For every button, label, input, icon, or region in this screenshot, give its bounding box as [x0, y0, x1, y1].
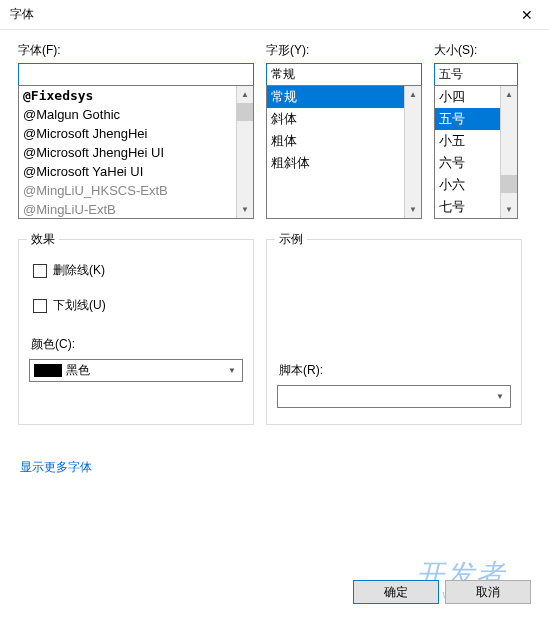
scroll-up-icon[interactable]: ▲ [501, 86, 517, 103]
script-label: 脚本(R): [279, 362, 511, 379]
style-list[interactable]: 常规斜体粗体粗斜体 [267, 86, 404, 218]
list-item[interactable]: 小四 [435, 86, 500, 108]
strikeout-checkbox[interactable]: 删除线(K) [33, 262, 243, 279]
scroll-down-icon[interactable]: ▼ [501, 201, 517, 218]
button-bar: 确定 取消 [353, 580, 531, 604]
color-value: 黑色 [66, 362, 224, 379]
effects-group: 效果 删除线(K) 下划线(U) 颜色(C): 黑色 ▼ [18, 239, 254, 425]
strikeout-label: 删除线(K) [53, 262, 105, 279]
font-list[interactable]: @Fixedsys@Malgun Gothic@Microsoft JhengH… [19, 86, 236, 218]
font-input[interactable] [18, 63, 254, 86]
window-title: 字体 [10, 6, 34, 23]
color-swatch [34, 364, 62, 377]
chevron-down-icon: ▼ [492, 392, 508, 401]
font-label: 字体(F): [18, 42, 254, 59]
chevron-down-icon: ▼ [224, 366, 240, 375]
scroll-up-icon[interactable]: ▲ [405, 86, 421, 103]
list-item[interactable]: @Microsoft JhengHei UI [19, 143, 236, 162]
scroll-thumb[interactable] [237, 103, 253, 121]
list-item[interactable]: 粗斜体 [267, 152, 404, 174]
font-scrollbar[interactable]: ▲ ▼ [236, 86, 253, 218]
more-fonts-link[interactable]: 显示更多字体 [20, 459, 92, 476]
underline-label: 下划线(U) [53, 297, 106, 314]
list-item[interactable]: 六号 [435, 152, 500, 174]
title-bar: 字体 ✕ [0, 0, 549, 30]
list-item[interactable]: 小六 [435, 174, 500, 196]
size-list[interactable]: 小四五号小五六号小六七号八号 [435, 86, 500, 218]
scroll-up-icon[interactable]: ▲ [237, 86, 253, 103]
list-item[interactable]: 七号 [435, 196, 500, 218]
style-scrollbar[interactable]: ▲ ▼ [404, 86, 421, 218]
scroll-thumb[interactable] [501, 175, 517, 193]
scroll-down-icon[interactable]: ▼ [405, 201, 421, 218]
sample-title: 示例 [275, 231, 307, 248]
cancel-button[interactable]: 取消 [445, 580, 531, 604]
sample-group: 示例 脚本(R): ▼ [266, 239, 522, 425]
list-item[interactable]: 小五 [435, 130, 500, 152]
script-combo[interactable]: ▼ [277, 385, 511, 408]
list-item[interactable]: @MingLiU_HKSCS-ExtB [19, 181, 236, 200]
effects-title: 效果 [27, 231, 59, 248]
scroll-down-icon[interactable]: ▼ [237, 201, 253, 218]
list-item[interactable]: 五号 [435, 108, 500, 130]
dialog-content: 字体(F): @Fixedsys@Malgun Gothic@Microsoft… [0, 30, 549, 476]
close-icon: ✕ [521, 7, 533, 23]
color-label: 颜色(C): [31, 336, 243, 353]
list-item[interactable]: @MingLiU-ExtB [19, 200, 236, 218]
close-button[interactable]: ✕ [504, 0, 549, 30]
checkbox-icon [33, 264, 47, 278]
style-input[interactable] [266, 63, 422, 86]
list-item[interactable]: 粗体 [267, 130, 404, 152]
list-item[interactable]: @Microsoft JhengHei [19, 124, 236, 143]
color-combo[interactable]: 黑色 ▼ [29, 359, 243, 382]
size-input[interactable] [434, 63, 518, 86]
list-item[interactable]: @Malgun Gothic [19, 105, 236, 124]
ok-button[interactable]: 确定 [353, 580, 439, 604]
list-item[interactable]: 斜体 [267, 108, 404, 130]
list-item[interactable]: 常规 [267, 86, 404, 108]
style-label: 字形(Y): [266, 42, 422, 59]
underline-checkbox[interactable]: 下划线(U) [33, 297, 243, 314]
list-item[interactable]: @Microsoft YaHei UI [19, 162, 236, 181]
checkbox-icon [33, 299, 47, 313]
size-scrollbar[interactable]: ▲ ▼ [500, 86, 517, 218]
list-item[interactable]: @Fixedsys [19, 86, 236, 105]
size-label: 大小(S): [434, 42, 518, 59]
